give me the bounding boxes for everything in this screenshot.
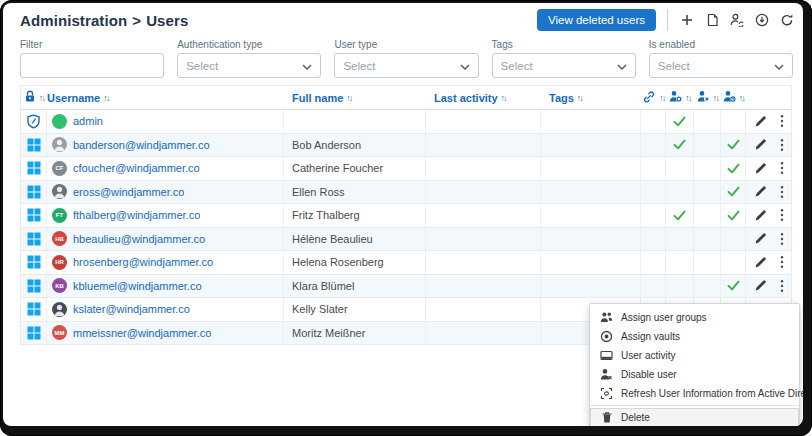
mfa-check-cell [721, 228, 746, 251]
avatar [52, 114, 67, 129]
auth-type-cell [21, 110, 47, 133]
edit-user-button[interactable] [754, 232, 767, 245]
mfa-check-cell [721, 181, 746, 204]
breadcrumb-separator-icon: > [132, 12, 141, 29]
full-name-cell: Hélène Beaulieu [284, 228, 426, 251]
context-menu: Assign user groupsAssign vaultsUser acti… [589, 303, 800, 426]
column-header-auth-type[interactable]: ↑↓ [21, 90, 47, 105]
edit-user-button[interactable] [754, 162, 767, 175]
add-user-icon[interactable] [679, 12, 695, 28]
filter-field: Filter [20, 39, 164, 78]
table-row[interactable]: CFcfoucher@windjammer.coCatherine Fouche… [21, 157, 791, 181]
tags-cell [541, 181, 641, 204]
username-link[interactable]: admin [73, 115, 103, 127]
sync-user-icon[interactable] [729, 12, 745, 28]
column-header-disabled[interactable]: ↑↓ [694, 90, 721, 105]
mfa-check-cell [721, 275, 746, 298]
menu-item-assign-user-groups[interactable]: Assign user groups [590, 308, 799, 327]
authentication-type-field: Authentication type Select [177, 39, 321, 78]
table-row[interactable]: admin [21, 110, 791, 134]
menu-item-disable-user[interactable]: Disable user [590, 365, 799, 384]
full-name-cell [284, 110, 426, 133]
table-row[interactable]: banderson@windjammer.coBob Anderson [21, 134, 791, 158]
username-link[interactable]: fthalberg@windjammer.co [73, 209, 200, 221]
menu-item-user-activity[interactable]: User activity [590, 346, 799, 365]
username-link[interactable]: cfoucher@windjammer.co [73, 162, 200, 174]
table-header-row: ↑↓ Username↑↓ Full name↑↓ Last activity↑… [21, 85, 791, 110]
refresh-icon[interactable] [779, 12, 795, 28]
is-enabled-select[interactable]: Select [649, 53, 793, 78]
edit-user-button[interactable] [754, 115, 767, 128]
auth-type-cell [21, 157, 47, 180]
edit-user-button[interactable] [754, 256, 767, 269]
select-placeholder: Select [186, 60, 218, 72]
edit-user-button[interactable] [754, 185, 767, 198]
edit-user-button[interactable] [754, 279, 767, 292]
user-disabled-icon [697, 90, 710, 105]
column-header-full-name[interactable]: Full name↑↓ [284, 92, 426, 104]
window-frame: Administration>Users View deleted users … [0, 0, 812, 436]
sort-icon: ↑↓ [577, 93, 583, 103]
row-menu-button[interactable] [780, 208, 784, 222]
toolbar-divider [667, 9, 668, 31]
table-row[interactable]: HBhbeaulieu@windjammer.coHélène Beaulieu [21, 228, 791, 252]
row-menu-button[interactable] [780, 279, 784, 293]
row-menu-button[interactable] [780, 138, 784, 152]
last-activity-cell [426, 134, 541, 157]
linked-check-cell [641, 204, 666, 227]
auth-type-cell [21, 204, 47, 227]
menu-separator [590, 405, 799, 406]
table-row[interactable]: KBkbluemel@windjammer.coKlara Blümel [21, 275, 791, 299]
app-window: Administration>Users View deleted users … [0, 0, 812, 436]
column-header-tags[interactable]: Tags↑↓ [541, 92, 641, 104]
column-header-enabled[interactable]: ↑↓ [666, 90, 694, 105]
menu-item-assign-vaults[interactable]: Assign vaults [590, 327, 799, 346]
linked-check-cell [641, 275, 666, 298]
table-row[interactable]: HRhrosenberg@windjammer.coHelena Rosenbe… [21, 251, 791, 275]
disabled-check-cell [694, 275, 721, 298]
authentication-type-select[interactable]: Select [177, 53, 321, 78]
enabled-check-cell [666, 110, 694, 133]
menu-item-refresh-user-information-from-active-directory[interactable]: Refresh User Information from Active Dir… [590, 384, 799, 403]
table-row[interactable]: eross@windjammer.coEllen Ross [21, 181, 791, 205]
username-link[interactable]: eross@windjammer.co [73, 186, 184, 198]
mfa-check-cell [721, 251, 746, 274]
menu-item-label: User activity [621, 350, 675, 361]
username-cell: eross@windjammer.co [47, 181, 284, 204]
row-menu-button[interactable] [780, 185, 784, 199]
row-menu-button[interactable] [780, 255, 784, 269]
user-type-select[interactable]: Select [334, 53, 478, 78]
breadcrumb-section[interactable]: Administration [20, 12, 127, 29]
username-link[interactable]: hbeaulieu@windjammer.co [73, 233, 205, 245]
check-icon [727, 139, 740, 150]
table-row[interactable]: FTfthalberg@windjammer.coFritz Thalberg [21, 204, 791, 228]
username-link[interactable]: kslater@windjammer.co [73, 303, 190, 315]
username-link[interactable]: mmeissner@windjammer.co [73, 327, 211, 339]
windows-icon [27, 138, 41, 152]
export-users-icon[interactable] [754, 12, 770, 28]
view-deleted-users-button[interactable]: View deleted users [537, 9, 656, 31]
linked-check-cell [641, 134, 666, 157]
sort-icon: ↑↓ [713, 93, 719, 103]
menu-item-delete[interactable]: Delete [590, 408, 799, 426]
edit-user-button[interactable] [754, 209, 767, 222]
column-header-mfa[interactable]: ↑↓ [721, 90, 746, 105]
row-menu-button[interactable] [780, 114, 784, 128]
filter-input[interactable] [20, 53, 164, 78]
last-activity-cell [426, 298, 541, 321]
username-link[interactable]: hrosenberg@windjammer.co [73, 256, 213, 268]
username-link[interactable]: banderson@windjammer.co [73, 139, 210, 151]
column-header-username[interactable]: Username↑↓ [47, 92, 284, 104]
avatar: HR [52, 255, 67, 270]
enabled-check-cell [666, 204, 694, 227]
edit-user-button[interactable] [754, 138, 767, 151]
username-link[interactable]: kbluemel@windjammer.co [73, 280, 202, 292]
enabled-check-cell [666, 275, 694, 298]
row-menu-button[interactable] [780, 232, 784, 246]
column-header-last-activity[interactable]: Last activity↑↓ [426, 92, 541, 104]
tags-select[interactable]: Select [492, 53, 636, 78]
check-icon [727, 186, 740, 197]
import-users-icon[interactable] [704, 12, 720, 28]
row-menu-button[interactable] [780, 161, 784, 175]
column-header-linked[interactable]: ↑↓ [641, 90, 666, 106]
